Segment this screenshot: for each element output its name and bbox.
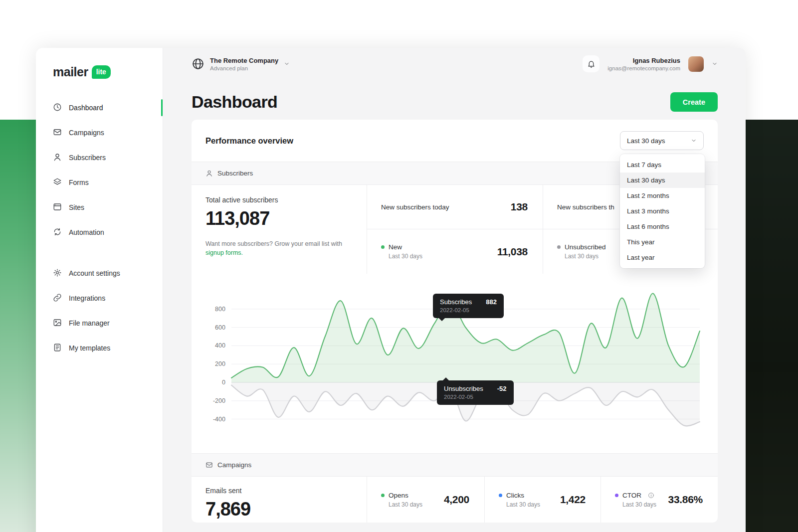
company-name: The Remote Company [210,57,278,64]
range-option-this-year[interactable]: This year [620,234,705,250]
sidebar-item-integrations[interactable]: Integrations [36,286,163,311]
new-subscribers-30d-cell: New Last 30 days 11,038 [367,229,543,274]
subscribers-chart-section: 8006004002000-200-400 Subscribes 882 202… [192,274,718,453]
sidebar-item-label: Account settings [69,269,120,277]
tooltip-value: -52 [497,385,507,392]
range-option-last-6-months[interactable]: Last 6 months [620,219,705,234]
sidebar-item-label: Sites [69,203,84,211]
sidebar-item-label: Automation [69,228,104,236]
stat-sublabel: Last 30 days [565,253,606,260]
active-indicator [161,99,163,116]
range-option-last-3-months[interactable]: Last 3 months [620,203,705,219]
sidebar-item-subscribers[interactable]: Subscribers [36,145,163,170]
template-icon [53,343,62,354]
total-subscribers-label: Total active subscribers [205,196,353,204]
sidebar-nav: Dashboard Campaigns Subscribers Forms Si… [36,95,163,360]
gear-icon [53,268,62,279]
svg-text:0: 0 [222,379,225,386]
stat-value: 1,422 [560,494,586,506]
new-subscribers-today-cell: New subscribers today 138 [367,185,543,229]
stat-label: New [389,243,402,251]
subscribes-tooltip: Subscribes 882 2022-02-05 [433,294,504,318]
sidebar-item-label: Integrations [69,294,105,302]
card-header: Performance overview Last 30 days Last 7… [192,120,718,162]
stat-label: Opens [389,492,408,499]
bell-icon [587,60,596,68]
total-subscribers-value: 113,087 [205,208,353,229]
stat-label: Clicks [506,492,524,499]
stat-label: Unsubscribed [565,243,606,251]
globe-icon [192,57,204,70]
section-label: Campaigns [217,461,251,469]
sidebar-item-label: My templates [69,344,110,352]
total-subscribers-block: Total active subscribers 113,087 Want mo… [192,185,367,274]
stat-value: 4,200 [444,494,469,506]
info-icon[interactable] [648,492,654,499]
tooltip-label: Subscribes [440,298,472,306]
sidebar-item-label: Subscribers [69,154,106,162]
opens-cell: Opens Last 30 days 4,200 [367,477,485,523]
card-title: Performance overview [205,136,293,146]
svg-text:-200: -200 [213,397,225,404]
user-name: Ignas Rubezius [607,57,680,64]
sidebar-item-forms[interactable]: Forms [36,170,163,195]
range-selected-value: Last 30 days [627,137,665,145]
clicks-cell: Clicks Last 30 days 1,422 [485,477,601,523]
range-option-last-30-days[interactable]: Last 30 days [620,173,705,188]
chevron-down-icon[interactable] [712,61,718,67]
sidebar-item-my-templates[interactable]: My templates [36,336,163,360]
range-select-button[interactable]: Last 30 days [620,131,704,150]
link-icon [53,293,62,304]
emails-sent-label: Emails sent [205,487,353,495]
campaigns-stats: Emails sent 7,869 Opens Last 30 days 4,2… [192,477,718,523]
sidebar-item-dashboard[interactable]: Dashboard [36,95,163,120]
image-icon [53,318,62,329]
section-label: Subscribers [217,170,253,177]
range-option-last-2-months[interactable]: Last 2 months [620,188,705,203]
create-button[interactable]: Create [670,92,718,112]
background-right-band [743,120,798,532]
stat-value: 11,038 [497,246,528,258]
emails-sent-value: 7,869 [205,499,353,520]
sidebar: mailer lite Dashboard Campaigns Subscrib… [36,48,163,532]
topbar-right: Ignas Rubezius ignas@remotecompany.com [583,55,718,72]
sidebar-item-account-settings[interactable]: Account settings [36,261,163,286]
page-title: Dashboard [192,92,277,112]
stat-value: 33.86% [668,494,703,506]
unsubscribes-tooltip: Unsubscribes -52 2022-02-05 [437,380,514,405]
blue-dot-icon [499,494,502,497]
sidebar-item-sites[interactable]: Sites [36,195,163,220]
range-option-last-year[interactable]: Last year [620,250,705,265]
stat-sublabel: Last 30 days [622,501,656,508]
background-left-band [0,120,40,532]
sidebar-item-campaigns[interactable]: Campaigns [36,120,163,145]
stat-label: CTOR [622,492,641,499]
mailerlite-logo: mailer lite [36,65,163,79]
tooltip-date: 2022-02-05 [444,394,507,400]
company-plan: Advanced plan [210,65,278,71]
svg-text:200: 200 [215,360,225,367]
svg-text:400: 400 [215,342,225,349]
layers-icon [53,177,62,188]
sidebar-item-automation[interactable]: Automation [36,220,163,245]
tooltip-date: 2022-02-05 [440,307,497,313]
signup-forms-link[interactable]: signup forms. [205,249,243,256]
gray-dot-icon [557,245,561,249]
stat-label: New subscribers th [557,203,614,211]
performance-overview-card: Performance overview Last 30 days Last 7… [192,120,718,523]
notifications-button[interactable] [583,55,599,72]
avatar[interactable] [688,56,704,72]
refresh-icon [53,227,62,238]
tooltip-label: Unsubscribes [444,385,483,392]
chevron-down-icon [284,61,290,67]
range-option-last-7-days[interactable]: Last 7 days [620,157,705,173]
company-selector[interactable]: The Remote Company Advanced plan [192,57,290,71]
svg-text:-400: -400 [213,416,225,423]
green-dot-icon [381,245,385,249]
stat-label: New subscribers today [381,203,449,211]
emails-sent-block: Emails sent 7,869 [192,477,367,523]
green-dot-icon [381,494,385,497]
topbar: The Remote Company Advanced plan Ignas R… [163,48,746,80]
sidebar-item-file-manager[interactable]: File manager [36,311,163,336]
chevron-down-icon [691,138,697,144]
